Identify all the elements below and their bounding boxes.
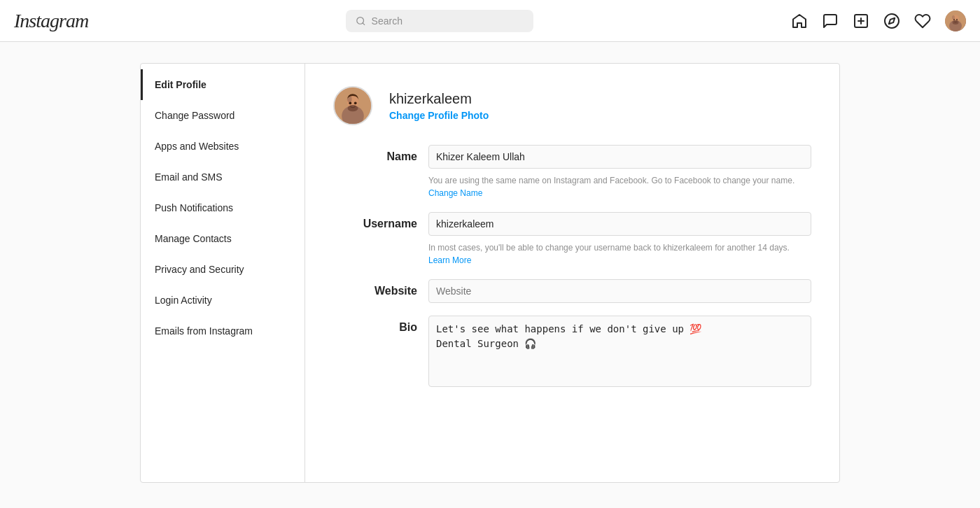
svg-point-20 xyxy=(348,105,358,111)
profile-info: khizerkaleem Change Profile Photo xyxy=(389,91,489,121)
sidebar-label-change-password: Change Password xyxy=(155,110,234,121)
profile-avatar[interactable] xyxy=(333,86,372,125)
svg-point-19 xyxy=(354,101,357,104)
name-field: You are using the same name on Instagram… xyxy=(428,145,811,199)
change-name-link[interactable]: Change Name xyxy=(428,188,482,198)
website-input[interactable] xyxy=(428,279,811,303)
bio-label: Bio xyxy=(333,316,417,334)
name-row: Name You are using the same name on Inst… xyxy=(333,145,811,199)
search-icon xyxy=(356,15,366,27)
sidebar-label-privacy-and-security: Privacy and Security xyxy=(155,264,244,275)
search-bar[interactable] xyxy=(346,10,533,32)
header: Instagram xyxy=(0,0,980,42)
instagram-logo: Instagram xyxy=(14,10,88,32)
explore-icon[interactable] xyxy=(883,13,900,29)
username-input[interactable] xyxy=(428,212,811,236)
profile-username: khizerkaleem xyxy=(389,91,489,107)
sidebar-item-push-notifications[interactable]: Push Notifications xyxy=(141,192,304,223)
create-icon[interactable] xyxy=(853,13,869,29)
profile-avatar-image xyxy=(335,86,371,125)
username-label: Username xyxy=(333,212,417,230)
username-field: In most cases, you'll be able to change … xyxy=(428,212,811,267)
sidebar-item-login-activity[interactable]: Login Activity xyxy=(141,285,304,316)
header-nav-icons xyxy=(791,10,966,31)
sidebar-label-manage-contacts: Manage Contacts xyxy=(155,233,232,244)
settings-sidebar: Edit Profile Change Password Apps and We… xyxy=(141,64,305,482)
sidebar-item-emails-from-instagram[interactable]: Emails from Instagram xyxy=(141,316,304,346)
website-label: Website xyxy=(333,279,417,297)
sidebar-label-apps-and-websites: Apps and Websites xyxy=(155,141,239,152)
name-input[interactable] xyxy=(428,145,811,169)
sidebar-item-email-and-sms[interactable]: Email and SMS xyxy=(141,162,304,192)
sidebar-item-edit-profile[interactable]: Edit Profile xyxy=(141,69,304,100)
website-row: Website xyxy=(333,279,811,303)
likes-icon[interactable] xyxy=(914,13,931,29)
sidebar-label-email-and-sms: Email and SMS xyxy=(155,171,222,183)
sidebar-item-privacy-and-security[interactable]: Privacy and Security xyxy=(141,254,304,285)
sidebar-label-push-notifications: Push Notifications xyxy=(155,202,233,213)
svg-point-18 xyxy=(349,101,351,104)
avatar-image xyxy=(945,10,966,31)
messenger-icon[interactable] xyxy=(822,13,839,29)
sidebar-item-apps-and-websites[interactable]: Apps and Websites xyxy=(141,131,304,162)
sidebar-label-emails-from-instagram: Emails from Instagram xyxy=(155,325,253,337)
learn-more-link[interactable]: Learn More xyxy=(428,255,471,265)
sidebar-item-change-password[interactable]: Change Password xyxy=(141,100,304,131)
settings-container: Edit Profile Change Password Apps and We… xyxy=(140,63,840,483)
avatar[interactable] xyxy=(945,10,966,31)
change-photo-link[interactable]: Change Profile Photo xyxy=(389,110,489,121)
bio-field xyxy=(428,316,811,390)
sidebar-item-manage-contacts[interactable]: Manage Contacts xyxy=(141,223,304,254)
username-hint: In most cases, you'll be able to change … xyxy=(428,241,811,267)
svg-point-13 xyxy=(953,20,959,24)
bio-textarea[interactable] xyxy=(428,316,811,387)
bio-wrapper xyxy=(428,316,811,390)
profile-header: khizerkaleem Change Profile Photo xyxy=(333,86,811,125)
home-icon[interactable] xyxy=(791,13,808,29)
website-field xyxy=(428,279,811,303)
username-row: Username In most cases, you'll be able t… xyxy=(333,212,811,267)
search-input[interactable] xyxy=(372,15,524,27)
name-hint: You are using the same name on Instagram… xyxy=(428,174,811,199)
sidebar-label-edit-profile: Edit Profile xyxy=(155,79,206,90)
sidebar-label-login-activity: Login Activity xyxy=(155,295,212,306)
svg-marker-6 xyxy=(889,17,895,23)
name-label: Name xyxy=(333,145,417,163)
svg-line-1 xyxy=(363,22,365,24)
bio-row: Bio xyxy=(333,316,811,390)
svg-point-11 xyxy=(953,19,955,20)
edit-profile-content: khizerkaleem Change Profile Photo Name Y… xyxy=(305,64,839,482)
svg-point-12 xyxy=(956,19,958,20)
svg-point-5 xyxy=(885,14,899,28)
